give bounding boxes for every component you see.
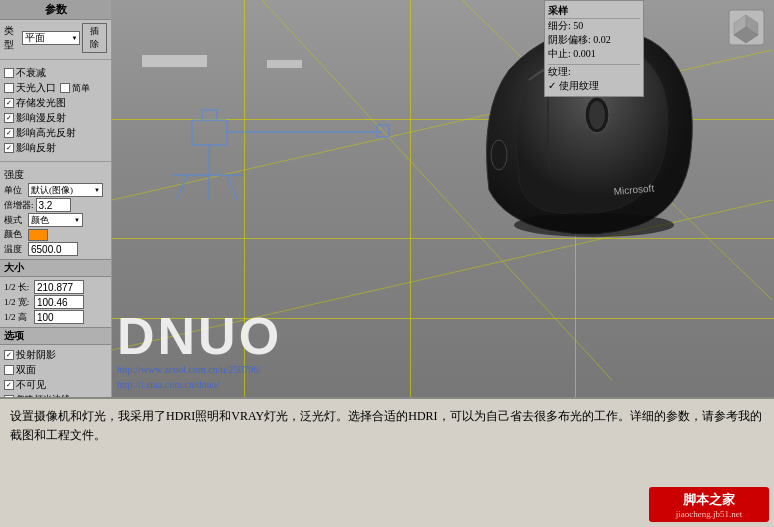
texture-label: 纹理:	[548, 65, 640, 79]
color-label: 颜色	[4, 228, 28, 241]
sky-entrance-row: 天光入口 简单	[4, 81, 107, 95]
multiplier-row: 倍增器:	[4, 198, 107, 212]
logo-line2: jiaocheng.jb51.net	[676, 509, 742, 519]
half-height-label: 1/2 高	[4, 311, 34, 324]
type-label: 类型	[4, 24, 20, 52]
unit-dropdown[interactable]: 默认(图像) ▼	[28, 183, 103, 197]
sky-entrance-label: 天光入口	[16, 81, 56, 95]
viewport: Microsoft 采样 细分: 50 阴影偏移: 0.02	[112, 0, 774, 397]
store-emission-row: 存储发光图	[4, 96, 107, 110]
temp-row: 温度	[4, 242, 107, 256]
cutoff-label: 中止:	[548, 48, 571, 59]
store-emission-checkbox[interactable]	[4, 98, 14, 108]
dnuo-large-text: DNUO	[117, 310, 282, 362]
half-length-label: 1/2 长:	[4, 281, 34, 294]
strength-row: 强度	[4, 168, 107, 182]
svg-rect-4	[192, 120, 227, 145]
invisible-checkbox[interactable]	[4, 380, 14, 390]
no-decay-row: 不衰减	[4, 66, 107, 80]
affect-reflection-checkbox[interactable]	[4, 143, 14, 153]
affect-reflection-label: 影响反射	[16, 141, 56, 155]
type-row: 类型 平面 ▼ 插除	[4, 23, 107, 53]
color-row: 颜色	[4, 228, 107, 241]
affect-reflection-row: 影响反射	[4, 141, 107, 155]
add-button[interactable]: 插除	[82, 23, 107, 53]
svg-point-20	[491, 140, 507, 170]
double-label: 双面	[16, 363, 36, 377]
bottom-area: 设置摄像机和灯光，我采用了HDRI照明和VRAY灯光，泛光灯。选择合适的HDRI…	[0, 397, 774, 527]
color-swatch[interactable]	[28, 229, 48, 241]
unit-row: 单位 默认(图像) ▼	[4, 183, 107, 197]
shadow-bias-label: 阴影偏移:	[548, 34, 591, 45]
affect-diffuse-row: 影响漫反射	[4, 111, 107, 125]
viewport-watermark: DNUO http://www.zcool.com.cn/u/250796/ h…	[117, 310, 282, 392]
store-emission-label: 存储发光图	[16, 96, 66, 110]
strength-label: 强度	[4, 168, 32, 182]
viewport-inner: Microsoft 采样 细分: 50 阴影偏移: 0.02	[112, 0, 774, 397]
cutoff-row: 中止: 0.001	[548, 47, 640, 61]
cutoff-value: 0.001	[573, 48, 596, 59]
size-section: 1/2 长: 1/2 宽: 1/2 高	[0, 277, 111, 327]
cast-shadows-label: 投射阴影	[16, 348, 56, 362]
affect-specular-row: 影响高光反射	[4, 126, 107, 140]
affect-diffuse-checkbox[interactable]	[4, 113, 14, 123]
bottom-logo: 脚本之家 jiaocheng.jb51.net	[649, 487, 769, 522]
no-decay-label: 不衰减	[16, 66, 46, 80]
sky-entrance-checkbox[interactable]	[4, 83, 14, 93]
half-length-input[interactable]	[34, 280, 84, 294]
unit-dropdown-arrow: ▼	[94, 187, 100, 193]
type-section: 类型 平面 ▼ 插除	[0, 20, 111, 56]
affect-specular-label: 影响高光反射	[16, 126, 76, 140]
svg-point-19	[514, 213, 674, 237]
multiplier-label: 倍增器:	[4, 199, 34, 212]
affect-diffuse-label: 影响漫反射	[16, 111, 66, 125]
affect-specular-checkbox[interactable]	[4, 128, 14, 138]
multiplier-input[interactable]	[36, 198, 71, 212]
cube-icon-svg	[724, 5, 769, 50]
svg-line-11	[177, 175, 187, 200]
svg-rect-5	[202, 110, 217, 120]
type-dropdown[interactable]: 平面 ▼	[22, 31, 80, 45]
sampling-panel: 采样 细分: 50 阴影偏移: 0.02 中止: 0.001 纹理: ✓ 使用纹…	[544, 0, 644, 97]
half-width-input[interactable]	[34, 295, 84, 309]
subdiv-value: 50	[573, 20, 583, 31]
texture-section: 纹理: ✓ 使用纹理	[548, 64, 640, 93]
size-title: 大小	[0, 259, 111, 277]
options-title: 选项	[0, 327, 111, 345]
sampling-title: 采样	[548, 4, 640, 19]
mode-dropdown[interactable]: 颜色 ▼	[28, 213, 83, 227]
double-checkbox[interactable]	[4, 365, 14, 375]
invisible-label: 不可见	[16, 378, 46, 392]
logo-content: 脚本之家 jiaocheng.jb51.net	[676, 491, 742, 519]
use-texture-label: ✓ 使用纹理	[548, 79, 640, 93]
mode-label: 模式	[4, 214, 28, 227]
temp-label: 温度	[4, 243, 28, 256]
left-panel: 参数 类型 平面 ▼ 插除 不衰减 天光入口 简单 存储发光图	[0, 0, 112, 397]
options-section: 投射阴影 双面 不可见 忽略灯光法线	[0, 345, 111, 397]
left-panel-title: 参数	[0, 0, 111, 20]
half-height-input[interactable]	[34, 310, 84, 324]
double-row: 双面	[4, 363, 107, 377]
sky-simple-checkbox[interactable]	[60, 83, 70, 93]
strength-section: 强度 单位 默认(图像) ▼ 倍增器: 模式 颜色 ▼ 颜色 温度	[0, 165, 111, 259]
mode-row: 模式 颜色 ▼	[4, 213, 107, 227]
svg-point-17	[589, 101, 605, 129]
svg-rect-14	[142, 55, 207, 67]
subdiv-row: 细分: 50	[548, 19, 640, 33]
shadow-bias-value: 0.02	[593, 34, 611, 45]
half-length-row: 1/2 长:	[4, 280, 107, 294]
url1: http://www.zcool.com.cn/u/250796/	[117, 362, 282, 377]
temp-input[interactable]	[28, 242, 78, 256]
invisible-row: 不可见	[4, 378, 107, 392]
subdiv-label: 细分:	[548, 20, 571, 31]
cast-shadows-checkbox[interactable]	[4, 350, 14, 360]
cast-shadows-row: 投射阴影	[4, 348, 107, 362]
description-text: 设置摄像机和灯光，我采用了HDRI照明和VRAY灯光，泛光灯。选择合适的HDRI…	[10, 407, 764, 445]
logo-line1: 脚本之家	[676, 491, 742, 509]
simple-label: 简单	[72, 82, 90, 95]
half-width-label: 1/2 宽:	[4, 296, 34, 309]
shadow-bias-row: 阴影偏移: 0.02	[548, 33, 640, 47]
url2: http://t.sina.com.cn/dnuo/	[117, 377, 282, 392]
no-decay-checkbox[interactable]	[4, 68, 14, 78]
svg-line-13	[227, 175, 237, 200]
